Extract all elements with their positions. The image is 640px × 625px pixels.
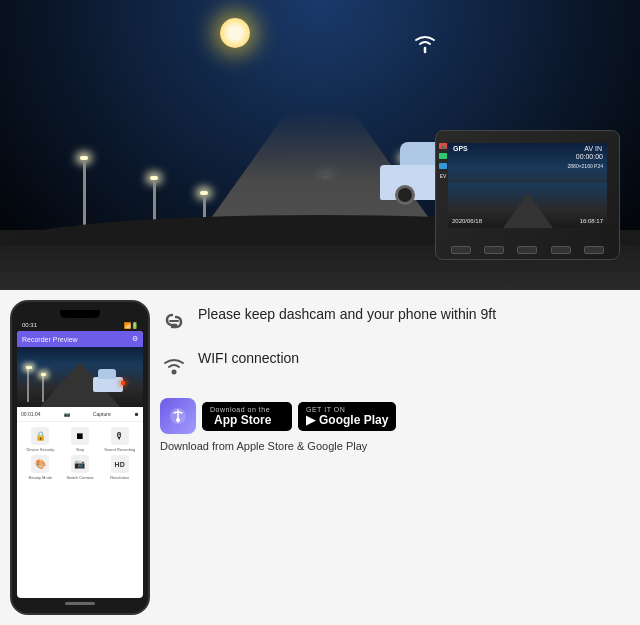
info-row-distance: Please keep dashcam and your phone withi… (160, 305, 630, 335)
dashcam-time2: 16:08:17 (580, 218, 603, 224)
phone-grid-item-1[interactable]: ⏹ Stop (62, 427, 99, 452)
phone-grid-item-5[interactable]: HD Resolution (101, 455, 138, 480)
phone-grid-icon-2: 🎙 (111, 427, 129, 445)
phone-grid-label-2: Sound Recording (104, 447, 135, 452)
google-play-icon: ▶ (306, 413, 315, 427)
phone-notch (60, 310, 100, 318)
store-badges: Download on the App Store GET IT ON ▶ Go… (160, 398, 630, 434)
phone-home-indicator (65, 602, 95, 605)
phone-capture-label: Capture (93, 411, 111, 417)
appstore-badge[interactable]: Download on the App Store (202, 402, 292, 431)
phone-screen-header: Recorder Preview ⚙ (17, 331, 143, 347)
phone-grid-icon-3: 🎨 (31, 455, 49, 473)
phone-record-icon: ⏺ (134, 411, 139, 417)
phone-controls: 00:01:04 📷 Capture ⏺ (17, 407, 143, 422)
phone-grid-label-3: Beauty Mode (29, 475, 53, 480)
wifi-icon (160, 351, 188, 379)
appstore-label: App Store (214, 413, 271, 427)
phone-grid-label-5: Resolution (110, 475, 129, 480)
phone-grid-icon-0: 🔒 (31, 427, 49, 445)
appstore-badge-main: App Store (210, 413, 271, 427)
phone-header-icons: ⚙ (132, 335, 138, 343)
svg-point-1 (172, 370, 177, 375)
distance-info-text: Please keep dashcam and your phone withi… (198, 305, 496, 325)
googleplay-badge[interactable]: GET IT ON ▶ Google Play (298, 402, 396, 431)
appstore-badge-top: Download on the (210, 406, 270, 413)
phone-grid-icon-4: 📷 (71, 455, 89, 473)
phone-capture-icon: 📷 (64, 411, 70, 417)
store-section: Download on the App Store GET IT ON ▶ Go… (160, 398, 630, 452)
dashcam-time: 00:00:00 (576, 153, 603, 160)
phone-grid-item-2[interactable]: 🎙 Sound Recording (101, 427, 138, 452)
googleplay-label: Google Play (319, 413, 388, 427)
phone-grid-icon-5: HD (111, 455, 129, 473)
dashcam-device: GPS AV IN 00:00:00 2880×2160 P24 2020/06… (435, 130, 620, 280)
hero-wifi-icon (410, 30, 440, 60)
dashcam-gps-label: GPS (453, 145, 468, 152)
phone-grid-item-4[interactable]: 📷 Switch Camera (62, 455, 99, 480)
phone-preview-area (17, 347, 143, 407)
main-container: GPS AV IN 00:00:00 2880×2160 P24 2020/06… (0, 0, 640, 625)
phone-app-grid: 🔒 Device Security ⏹ Stop 🎙 Sound Recordi… (17, 422, 143, 485)
phone-grid-item-3[interactable]: 🎨 Beauty Mode (22, 455, 59, 480)
phone-status-bar: 00:31 📶🔋 (17, 322, 143, 329)
phone-screen: Recorder Preview ⚙ (17, 331, 143, 598)
googleplay-badge-main: ▶ Google Play (306, 413, 388, 427)
info-section: Please keep dashcam and your phone withi… (160, 300, 630, 615)
moon-decoration (220, 18, 250, 48)
phone-status-icons: 📶🔋 (124, 322, 138, 329)
phone-grid-label-0: Device Security (26, 447, 54, 452)
phone-time: 00:31 (22, 322, 37, 329)
bottom-section: 00:31 📶🔋 Recorder Preview ⚙ (0, 290, 640, 625)
phone-header-title: Recorder Preview (22, 336, 78, 343)
hero-background: GPS AV IN 00:00:00 2880×2160 P24 2020/06… (0, 0, 640, 290)
dashcam-screen: GPS AV IN 00:00:00 2880×2160 P24 2020/06… (448, 143, 607, 228)
hero-section: GPS AV IN 00:00:00 2880×2160 P24 2020/06… (0, 0, 640, 290)
download-text: Download from Apple Store & Google Play (160, 440, 630, 452)
info-row-wifi: WIFI connection (160, 349, 630, 379)
wifi-info-text: WIFI connection (198, 349, 299, 369)
phone-mockup: 00:31 📶🔋 Recorder Preview ⚙ (10, 300, 150, 615)
app-icon (160, 398, 196, 434)
link-icon (160, 307, 188, 335)
dashcam-avin-label: AV IN (584, 145, 602, 152)
phone-grid-label-4: Switch Camera (66, 475, 93, 480)
phone-grid-icon-1: ⏹ (71, 427, 89, 445)
dashcam-date: 2020/06/18 (452, 218, 482, 224)
googleplay-badge-top: GET IT ON (306, 406, 345, 413)
dashcam-resolution: 2880×2160 P24 (568, 163, 603, 169)
phone-timer: 00:01:04 (21, 411, 40, 417)
phone-grid-item-0[interactable]: 🔒 Device Security (22, 427, 59, 452)
phone-grid-label-1: Stop (76, 447, 84, 452)
svg-point-3 (176, 418, 180, 422)
